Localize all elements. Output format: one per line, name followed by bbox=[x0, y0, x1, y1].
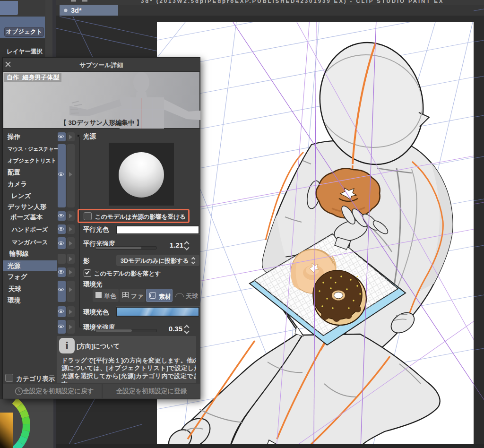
svg-text:3d* (2013W2.5dpiPEdproEXP.PUBL: 3d* (2013W2.5dpiPEdproEXP.PUBLISHED42301… bbox=[141, 0, 444, 4]
svg-text:3d*: 3d* bbox=[71, 7, 82, 14]
